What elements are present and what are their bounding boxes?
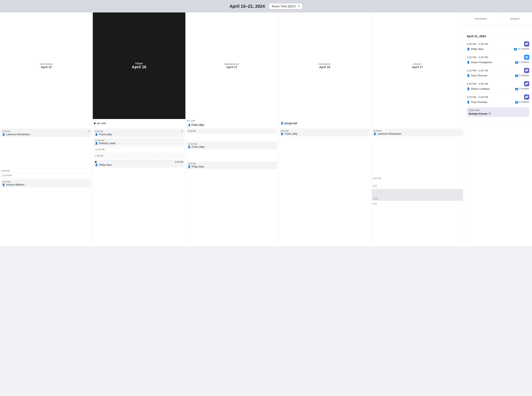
person-icon-3: 👤 [467, 74, 470, 77]
yesterday-date: April 15 [41, 65, 52, 69]
wednesday-event-3-time: 1:00 PM [188, 163, 276, 165]
calendar-app: April 15–21, 2024 Room Time (EDT) ▾ YEST… [0, 0, 532, 396]
person-icon-th1: 👤 [280, 133, 284, 135]
rs-event-5-time: 3:30 PM - 5:00 PM [467, 96, 488, 99]
today-event-5[interactable]: 2:00 PM 👤 Phillip Silva [94, 160, 185, 168]
today-event-2[interactable]: 11:00 AM 👤 Roberta Lowell [94, 138, 185, 146]
invitees-icon-5: 👥 [515, 100, 518, 104]
today-event-1[interactable]: 9:00 AM ↻ 👤 Frank Libby [94, 128, 185, 137]
yesterday-event-1[interactable]: 8:30 AM ↻ 👤 Lawrence Richardson [1, 128, 92, 137]
teams-icon-5 [524, 94, 529, 99]
calendar-body: YESTERDAY April 15 TODAY April 16 WEDNES… [0, 12, 532, 246]
col-header-saturday: SATURDAY [464, 12, 498, 25]
wednesday-allday-person: Frank Libby [192, 123, 204, 126]
multiple-events-block[interactable]: 2:00–5:00 Multiple Events ⓘ [467, 107, 529, 117]
thursday-label: THURSDAY [318, 63, 331, 65]
rs-event-3-name: Tony Thurman [471, 74, 487, 77]
wednesday-event-2-time: 11:00 AM [188, 143, 276, 145]
right-section-spacer [464, 128, 532, 246]
yesterday-event-1-time: 8:30 AM ↻ [2, 130, 90, 133]
thursday-event-1[interactable]: 9:00 AM 👤 Frank Libby [279, 128, 370, 136]
allday-main-cols: ALL DAY ALL DAY 👤 Frank Libby 👤 George H… [0, 119, 464, 128]
wednesday-event-3-person: 👤 Philip Silva [188, 165, 276, 168]
wednesday-event-3[interactable]: 1:00 PM 👤 Philip Silva [186, 161, 277, 169]
rs-event-4-invitees-count: 6 invitees [519, 87, 529, 90]
yesterday-allday [0, 119, 93, 128]
rs-event-1[interactable]: 2:00 PM - 3:30 PM 👤 [467, 39, 529, 53]
teams-icon-1 [524, 41, 529, 47]
svg-point-9 [527, 82, 528, 83]
saturday-allday-cell [464, 119, 498, 126]
rs-event-3[interactable]: 2:15 PM - 2:45 PM 👤 [467, 66, 529, 79]
friday-partial-block[interactable]: 2:45 [372, 189, 463, 201]
wednesday-events: 8:30 AM 11:00 AM 👤 Frank Libby [186, 128, 278, 246]
timezone-dropdown[interactable]: Room Time (EDT) ▾ [269, 3, 303, 9]
thursday-event-1-time: 9:00 AM [280, 130, 369, 132]
wednesday-allday-event[interactable]: 👤 Frank Libby [187, 123, 205, 127]
wednesday-label: WEDNESDAY [224, 63, 239, 65]
rs-event-5[interactable]: 3:30 PM - 5:00 PM 👤 [467, 93, 529, 106]
multiple-events-label: Multiple Events ⓘ [469, 112, 527, 116]
teams-icon-4 [524, 81, 529, 86]
rs-event-5-invitees-count: 6 invitees [519, 101, 529, 103]
thursday-event-1-person: 👤 Frank Libby [280, 133, 369, 135]
sunday-allday-cell [498, 119, 532, 126]
rs-event-3-invitees: 👥 6 invitees [515, 74, 529, 77]
rs-event-3-header: 2:15 PM - 2:45 PM [467, 68, 529, 73]
svg-point-12 [527, 96, 528, 97]
today-event-3[interactable]: 12:59 PM [94, 147, 185, 152]
rs-event-4-invitees: 👥 6 invitees [515, 87, 529, 90]
allday-row: ALL DAY ALL DAY 👤 Frank Libby 👤 George H… [0, 119, 532, 128]
yesterday-event-3[interactable]: 2:00 PM 👤 Antonio Williams [1, 179, 92, 187]
rs-event-3-invitees-count: 6 invitees [519, 74, 529, 77]
friday-event-1[interactable]: 8:30 AM 👤 Lawrence Richardson [372, 128, 463, 136]
rs-event-2[interactable]: 2:00 PM - 2:30 PM 👤 [467, 53, 529, 66]
saturday-date-heading: April 21, 2024 [467, 35, 529, 38]
right-panel-header: SATURDAY SUNDAY [464, 12, 532, 25]
thursday-allday-event[interactable]: 👤 George Hall [280, 122, 298, 125]
invitees-icon: 👥 [514, 47, 517, 51]
today-event-3-time: 12:59 PM [95, 148, 183, 151]
multiple-events-time: 2:00–5:00 [469, 109, 527, 112]
yesterday-event-2[interactable]: 12:46 PM [1, 173, 92, 178]
sunday-allday [498, 25, 532, 32]
saturday-allday [464, 25, 498, 32]
wednesday-event-2[interactable]: 11:00 AM 👤 Frank Libby [186, 142, 277, 150]
friday-date: April 1? [412, 65, 423, 69]
today-event-1-time: 9:00 AM ↻ [95, 130, 183, 133]
rs-event-4-header: 2:35 PM - 3:45 PM [467, 81, 529, 86]
invitees-icon-2: 👥 [515, 61, 518, 64]
person-icon-f1: 👤 [373, 133, 376, 135]
rs-event-5-name: Tony Thurman [471, 101, 487, 104]
wednesday-date: April 17 [226, 65, 237, 69]
rs-event-4-time: 2:35 PM - 3:45 PM [467, 82, 488, 85]
rs-event-1-header: 2:00 PM - 3:30 PM [467, 41, 529, 47]
friday-event-1-time: 8:30 AM [373, 130, 462, 132]
saturday-label: SATURDAY [475, 18, 487, 20]
info-icon: ⓘ [488, 112, 491, 116]
thursday-date: April 18 [319, 65, 330, 69]
friday-allday [371, 119, 464, 128]
yesterday-event-2-time: 12:46 PM [2, 174, 90, 177]
rs-event-4[interactable]: 2:35 PM - 3:45 PM 👤 [467, 79, 529, 93]
svg-point-2 [527, 43, 528, 44]
rs-event-1-person: 👤 Philip Silva [467, 47, 484, 51]
rs-event-2-header: 2:00 PM - 2:30 PM [467, 55, 529, 60]
wednesday-event-1[interactable]: 8:30 AM [186, 128, 277, 134]
rs-event-4-person: 👤 Shaun Lambeau [467, 87, 490, 90]
rs-event-2-footer: 👤 Grace Youngstone 👥 2 invitees [467, 61, 529, 64]
top-bar: April 15–21, 2024 Room Time (EDT) ▾ [0, 0, 532, 12]
friday-label: FRIDAY [413, 63, 422, 65]
col-header-yesterday: YESTERDAY April 15 [0, 12, 93, 119]
person-icon-w2: 👤 [188, 146, 191, 148]
rs-event-1-invitees: 👥 10 invitees [514, 47, 529, 51]
repeat-icon-today1: ↻ [181, 130, 183, 133]
today-event-4[interactable]: 1:30 PM [94, 153, 185, 159]
today-event-1-person: 👤 Frank Libby [95, 133, 183, 136]
right-panel-body: April 21, 2024 2:00 PM - 3:30 PM [464, 32, 532, 119]
main-cols: 8:30 AM ↻ 👤 Lawrence Richardson 1:08 PM [0, 128, 464, 246]
week-days-headers: YESTERDAY April 15 TODAY April 16 WEDNES… [0, 12, 464, 119]
friday-event-2-time-label: 1:00 PM [372, 137, 463, 181]
thursday-allday: 👤 George Hall [278, 119, 371, 128]
rs-event-1-invitees-count: 10 invitees [518, 47, 529, 50]
